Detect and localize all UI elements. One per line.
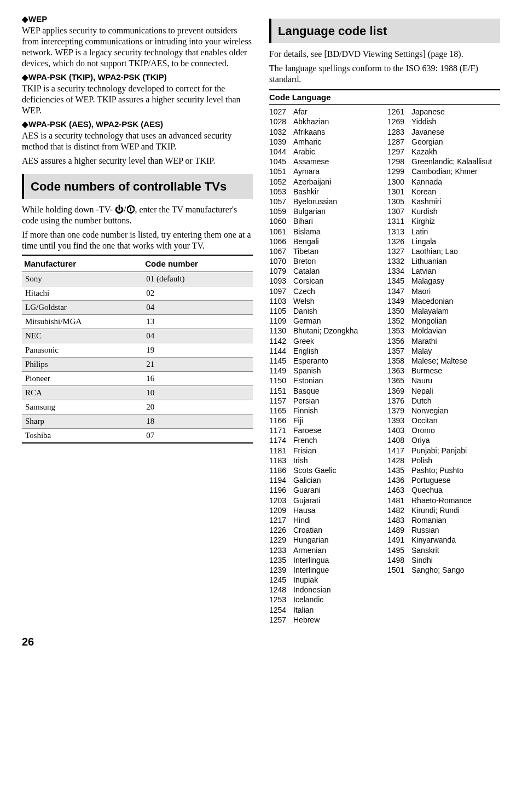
language-code: 1183 [269,456,293,465]
language-name: Welsh [293,296,382,306]
wep-text: WEP applies security to communications t… [22,25,253,69]
language-name: Catalan [293,266,382,276]
language-row: 1257Hebrew [269,615,382,625]
language-code: 1369 [387,386,411,396]
language-code: 1248 [269,585,293,595]
language-name: Marathi [411,336,500,346]
language-name: Lithuanian [411,256,500,266]
language-code: 1428 [387,456,411,465]
language-name: Quechua [411,485,500,495]
language-code: 1039 [269,137,293,147]
language-row: 1109German [269,316,382,326]
language-code: 1327 [387,246,411,256]
language-code: 1165 [269,406,293,416]
language-row: 1357Malay [387,346,500,356]
language-row: 1149Spanish [269,366,382,376]
language-code: 1067 [269,246,293,256]
language-row: 1363Burmese [387,366,500,376]
language-row: 1144English [269,346,382,356]
language-code: 1093 [269,276,293,286]
language-name: Bengali [293,237,382,246]
language-code: 1491 [387,535,411,545]
language-name: Breton [293,256,382,266]
language-name: Byelorussian [293,197,382,206]
language-code: 1145 [269,356,293,366]
language-name: Maori [411,286,500,296]
language-row: 1463Quechua [387,485,500,495]
language-row: 1248Indonesian [269,585,382,595]
code-cell: 13 [143,315,253,329]
lang-table-header: Code Language [269,89,500,105]
language-row: 1245Inupiak [269,575,382,585]
code-cell: 19 [143,343,253,358]
language-code: 1313 [387,227,411,237]
language-name: Latvian [411,266,500,276]
language-name: Czech [293,286,382,296]
language-name: Nauru [411,376,500,385]
language-code: 1052 [269,177,293,187]
language-code-title: Language code list [278,24,494,38]
language-code: 1408 [387,435,411,445]
language-name: Lingala [411,237,500,246]
language-name: Corsican [293,276,382,286]
code-cell: 01 (default) [143,272,253,286]
language-code: 1489 [387,525,411,535]
controllable-tvs-header: Code numbers of controllable TVs [22,174,253,199]
table-row: LG/Goldstar04 [22,301,253,315]
language-code: 1261 [387,107,411,117]
manufacturer-cell: Panasonic [22,343,143,358]
language-code: 1269 [387,117,411,126]
language-row: 1428Polish [387,456,500,465]
language-name: Laothian; Lao [411,246,500,256]
language-row: 1283Javanese [387,127,500,137]
language-code: 1299 [387,166,411,176]
language-code: 1501 [387,565,411,575]
language-code: 1060 [269,216,293,226]
language-code: 1353 [387,326,411,336]
language-row: 1356Marathi [387,336,500,346]
language-code: 1307 [387,206,411,216]
language-row: 1079Catalan [269,266,382,276]
language-row: 1353Moldavian [387,326,500,336]
language-code: 1495 [387,545,411,555]
language-code: 1257 [269,615,293,625]
language-row: 1347Maori [387,286,500,296]
language-row: 1269Yiddish [387,117,500,126]
language-name: Oromo [411,425,500,435]
language-row: 1489Russian [387,525,500,535]
language-row: 1254Italian [269,605,382,615]
language-row: 1358Malese; Maltese [387,356,500,366]
language-code: 1059 [269,206,293,216]
code-cell: 21 [143,358,253,372]
table-row: Mitsubishi/MGA13 [22,315,253,329]
language-code: 1326 [387,237,411,246]
language-row: 1130Bhutani; Dzongkha [269,326,382,336]
language-code: 1229 [269,535,293,545]
language-row: 1053Bashkir [269,187,382,197]
language-row: 1369Nepali [387,386,500,396]
language-code: 1151 [269,386,293,396]
language-row: 1142Greek [269,336,382,346]
language-code: 1171 [269,425,293,435]
language-row: 1379Norwegian [387,406,500,416]
language-row: 1032Afrikaans [269,127,382,137]
aes-text-2: AES assures a higher security level than… [22,156,253,166]
lang-intro-1: For details, see [BD/DVD Viewing Setting… [269,49,500,60]
language-name: Gujarati [293,496,382,505]
code-cell: 02 [143,286,253,301]
language-code: 1393 [387,416,411,425]
language-name: Malese; Maltese [411,356,500,366]
tkip-heading: ◆WPA-PSK (TKIP), WPA2-PSK (TKIP) [22,72,253,82]
language-name: Rhaeto-Romance [411,496,500,505]
language-row: 1157Persian [269,396,382,406]
language-name: Oriya [411,435,500,445]
language-code: 1345 [387,276,411,286]
language-name: Hungarian [293,535,382,545]
language-name: Estonian [293,376,382,385]
language-code: 1365 [387,376,411,385]
language-name: Irish [293,456,382,465]
tv-intro-1: While holding down -TV- ⏻/⏼, enter the T… [22,204,253,226]
language-row: 1483Romanian [387,515,500,525]
language-name: Kurdish [411,206,500,216]
language-code: 1481 [387,496,411,505]
